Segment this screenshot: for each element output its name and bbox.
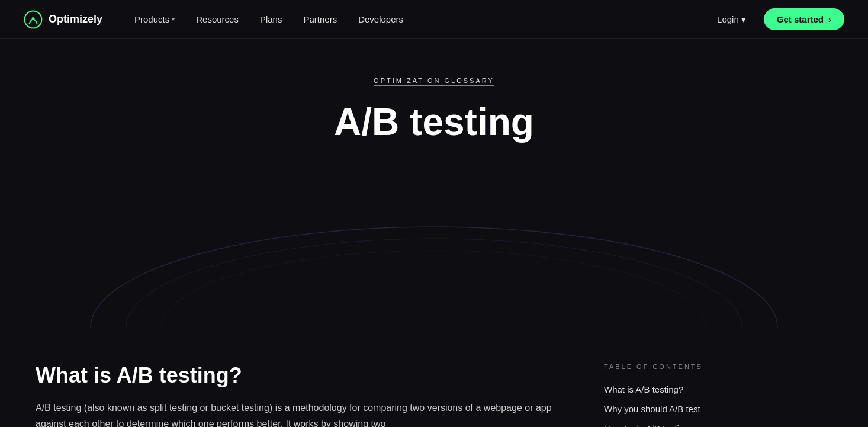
nav-links: Products ▾ Resources Plans Partners Deve… [126,9,709,29]
login-chevron-icon: ▾ [741,14,746,25]
toc-item-1[interactable]: Why you should A/B test [604,399,770,419]
nav-partners[interactable]: Partners [295,9,345,29]
navbar: Optimizely Products ▾ Resources Plans Pa… [0,0,868,39]
arch-decoration [12,162,856,328]
nav-plans[interactable]: Plans [252,9,291,29]
login-button[interactable]: Login ▾ [709,9,754,30]
arrow-right-icon: › [828,14,831,24]
logo-text: Optimizely [49,13,102,25]
breadcrumb: OPTIMIZATION GLOSSARY [12,75,856,100]
nav-developers[interactable]: Developers [350,9,412,29]
nav-right: Login ▾ Get started › [709,8,844,30]
nav-products[interactable]: Products ▾ [126,9,183,29]
svg-point-2 [79,221,789,328]
main-content: What is A/B testing? A/B testing (also k… [36,363,568,427]
hero-section: OPTIMIZATION GLOSSARY A/B testing [0,39,868,328]
split-testing-link[interactable]: split testing [150,403,197,413]
logo-icon [24,10,43,29]
section-heading: What is A/B testing? [36,363,568,388]
content-section: What is A/B testing? A/B testing (also k… [0,328,868,427]
get-started-button[interactable]: Get started › [764,8,844,30]
page-title: A/B testing [12,100,856,144]
section-text: A/B testing (also known as split testing… [36,400,568,427]
toc-item-2[interactable]: How to do A/B testing [604,419,770,427]
svg-point-1 [32,17,35,20]
nav-resources[interactable]: Resources [188,9,247,29]
table-of-contents: TABLE OF CONTENTS What is A/B testing? W… [604,363,770,427]
products-chevron-icon: ▾ [172,16,175,23]
toc-label: TABLE OF CONTENTS [604,363,770,370]
logo-link[interactable]: Optimizely [24,10,102,29]
arch-svg [79,162,789,328]
toc-item-0[interactable]: What is A/B testing? [604,380,770,399]
bucket-testing-link[interactable]: bucket testing [211,403,269,413]
